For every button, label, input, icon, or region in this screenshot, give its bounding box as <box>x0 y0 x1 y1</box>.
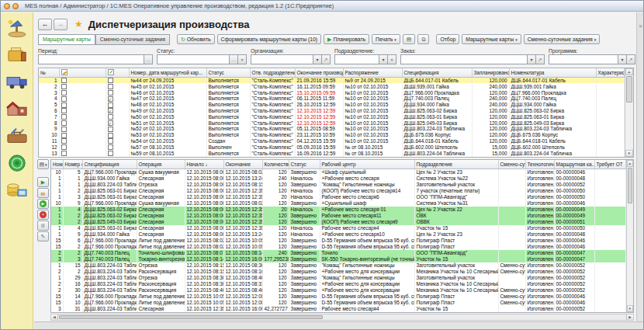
checkbox-unchecked-icon[interactable] <box>61 144 67 150</box>
check-cell[interactable] <box>106 77 129 83</box>
check-cell[interactable] <box>106 150 129 156</box>
organization-filter-input[interactable] <box>251 55 313 64</box>
operations-vertical-scrollbar[interactable]: ▲ ▼ <box>626 160 634 312</box>
scroll-down-icon[interactable]: ▼ <box>625 150 634 157</box>
status-filter-input[interactable] <box>158 55 229 64</box>
operation-row[interactable]: 12ДЦШ.825.063-02 БиркаСлесарная12.10.201… <box>51 213 625 219</box>
flag-cell[interactable] <box>59 120 106 126</box>
column-header[interactable]: Статус <box>206 68 250 77</box>
checkbox-unchecked-icon[interactable] <box>61 96 67 102</box>
period-filter-choose-button[interactable]: … <box>144 55 152 64</box>
flag-cell[interactable] <box>59 108 106 114</box>
checkbox-unchecked-icon[interactable] <box>108 84 113 89</box>
route-cards-vertical-scrollbar[interactable]: ▲ ▼ <box>625 68 634 157</box>
operation-row[interactable]: 129ДЦШ.803.224-03 ТабличкаОтрезка12.10.2… <box>51 275 625 281</box>
organization-filter-select-button[interactable]: ▾ <box>313 55 321 64</box>
operation-row[interactable]: 33ДЦ7.740.003 ПалецТокарно-винторезная12… <box>51 256 625 262</box>
column-header[interactable]: Номер, дата маршрутной кар... <box>129 68 206 77</box>
column-header[interactable]: Маршрутная ка... <box>554 160 594 168</box>
column-header[interactable]: Номер оп... <box>63 160 82 168</box>
scrollbar-thumb[interactable] <box>626 76 633 102</box>
operation-row[interactable]: 152ДЦ7.966.000 ПрокладкаЛитье под давлен… <box>51 244 625 250</box>
window-button-close[interactable] <box>4 3 10 9</box>
scroll-left-icon[interactable]: ◀ <box>51 314 58 320</box>
check-cell[interactable] <box>106 89 129 96</box>
status-filter-choose-button[interactable]: … <box>229 55 237 64</box>
edit-operation-button[interactable]: ✎ <box>37 231 49 241</box>
operation-row[interactable]: 216ДЦШ.803.224-03 ТабличкаРасконсервация… <box>51 281 625 287</box>
check-cell[interactable] <box>106 144 129 150</box>
check-cell[interactable] <box>106 138 129 144</box>
flag-cell[interactable] <box>59 144 106 150</box>
checkbox-unchecked-icon[interactable] <box>61 138 67 144</box>
refresh-button[interactable]: ↻Обновить <box>177 34 215 44</box>
route-card-row[interactable]: 8✓№51 от 02.10.2015Выполняется"Сталь-Ком… <box>39 120 624 126</box>
filter-button[interactable]: Отбор <box>436 34 459 44</box>
resume-operation-button[interactable]: ▶ <box>37 199 49 209</box>
column-header[interactable]: Технологиче... <box>525 160 554 168</box>
operation-row[interactable]: 22ДЦ7.740.003 ПалецТочильно-шлифовальная… <box>51 250 625 256</box>
start-operation-button[interactable]: ▶ <box>37 177 49 187</box>
check-cell[interactable] <box>106 113 129 120</box>
operation-row[interactable]: 115ДЦШ.803.224-03 ТабличкаОтрезка12.10.2… <box>51 262 625 269</box>
scroll-up-icon[interactable]: ▲ <box>625 68 634 75</box>
back-button[interactable]: ← <box>38 19 52 30</box>
department-filter-input[interactable] <box>335 55 379 64</box>
route-card-row[interactable]: 14№60 от 08.10.2015Выполняется"Сталь-Ком… <box>39 156 624 158</box>
checkbox-unchecked-icon[interactable] <box>108 90 113 96</box>
check-cell[interactable] <box>106 132 129 138</box>
operation-row[interactable]: 19ДЦШ.934.000 ГайкаСлесарная12.10.2015 0… <box>51 231 625 238</box>
operation-row[interactable]: 156ДЦ7.966.000 ПрокладкаЛитье под давлен… <box>51 238 625 244</box>
flag-cell[interactable] <box>59 89 106 96</box>
flag-cell[interactable] <box>59 150 106 156</box>
flag-cell[interactable] <box>59 138 106 144</box>
column-header[interactable]: Распоряжение <box>343 68 402 77</box>
checkbox-unchecked-icon[interactable] <box>108 144 113 150</box>
flag-cell[interactable] <box>59 126 106 132</box>
department-filter-select-button[interactable]: ▾ <box>379 55 387 64</box>
check-cell[interactable]: ✓ <box>106 120 129 126</box>
department-filter-clear-button[interactable]: × <box>387 55 396 64</box>
column-header[interactable]: Статус <box>289 160 320 168</box>
column-header[interactable]: Ном... <box>51 160 63 168</box>
checkbox-checked-icon[interactable]: ✓ <box>108 120 113 126</box>
route-card-row[interactable]: 7№50 от 02.10.2015Выполняется"Сталь-Комп… <box>39 113 624 120</box>
operation-row[interactable]: 11ДЦШ.934.000 ГайкаСлесарная12.10.2015 0… <box>51 175 625 182</box>
operation-row[interactable]: 105ДЦ7.966.000 ПрокладкаСушка вакуумная1… <box>51 168 625 175</box>
scrollbar-thumb[interactable] <box>628 168 633 203</box>
route-card-row[interactable]: 4✓№47 от 02.10.2015Выполняется"Сталь-Ком… <box>39 96 624 102</box>
checkbox-unchecked-icon[interactable] <box>108 151 113 156</box>
route-card-row[interactable]: 1№44 от 24.09.2015Выполняется"Сталь-Комп… <box>39 77 624 83</box>
forward-button[interactable]: → <box>54 19 68 30</box>
column-header[interactable]: Операция <box>137 160 185 168</box>
column-header[interactable]: Характеристика <box>596 68 624 77</box>
column-header[interactable]: Отв. подразделение <box>250 68 295 77</box>
operations-menu-button[interactable]: ▤▾ <box>37 159 49 169</box>
order-filter-select-button[interactable]: ▾ <box>527 55 535 64</box>
checkbox-unchecked-icon[interactable] <box>61 78 67 83</box>
checkbox-unchecked-icon[interactable] <box>108 114 113 120</box>
pause-operation-button[interactable]: ▮▮ <box>37 188 49 198</box>
operation-row[interactable]: 14ДЦШ.825.063-02 БиркаСлесарная12.10.201… <box>51 207 625 213</box>
checkbox-unchecked-icon[interactable] <box>61 108 67 113</box>
column-header[interactable]: Спецификация <box>402 68 472 77</box>
flag-cell[interactable] <box>59 113 106 120</box>
operation-row[interactable]: 12ДЦШ.825.049-03 БиркаСлесарная12.10.201… <box>51 219 625 225</box>
column-header[interactable]: Спецификация <box>82 160 137 168</box>
sidebar-item-logistics[interactable] <box>5 72 29 92</box>
route-card-row[interactable]: 2№45 от 02.10.2015Выполняется"Сталь-Комп… <box>39 83 624 89</box>
sidebar-item-tools[interactable] <box>5 127 29 147</box>
route-card-row[interactable]: 10№53 от 02.10.2015Выполняется"Сталь-Ком… <box>39 132 624 138</box>
check-cell[interactable] <box>106 126 129 132</box>
route-card-row[interactable]: 12№57 от 08.10.2015Выполнен"Сталь-Компле… <box>39 144 624 150</box>
operation-row[interactable]: 1514ДЦ7.966.000 ПрокладкаЛитье под давле… <box>51 294 625 300</box>
route-card-row[interactable]: 13№59 от 08.10.2015Выполняется"Сталь-Ком… <box>39 150 624 156</box>
column-header[interactable]: Сменно-сут... <box>498 160 525 168</box>
sidebar-item-finance[interactable] <box>5 154 29 174</box>
column-header[interactable]: Требует ОТ <box>594 160 625 168</box>
checkbox-unchecked-icon[interactable] <box>108 138 113 144</box>
program-filter-input[interactable] <box>549 55 618 64</box>
operation-row[interactable]: 1510ДЦ7.966.000 ПрокладкаЛитье под давле… <box>51 300 625 306</box>
column-header[interactable]: Запланировано <box>472 68 509 77</box>
settings-button[interactable]: ⚙ <box>37 221 49 231</box>
